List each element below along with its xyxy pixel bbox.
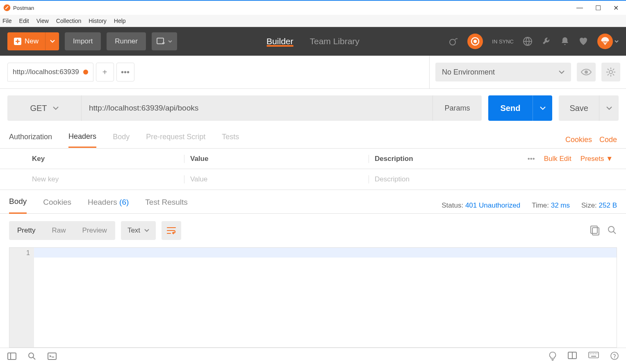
menu-help[interactable]: Help [114,18,126,24]
save-button[interactable]: Save [559,95,599,121]
headers-more-button[interactable]: ••• [528,155,535,163]
search-icon [28,352,36,360]
environment-selected-label: No Environment [442,68,495,77]
environment-settings-button[interactable] [601,63,620,81]
subtab-body[interactable]: Body [113,133,130,147]
sync-status-icon[interactable] [467,34,483,49]
view-raw[interactable]: Raw [43,221,74,240]
subtab-prerequest[interactable]: Pre-request Script [146,133,205,147]
globe-icon[interactable] [523,36,533,46]
new-tab-button[interactable]: + [96,63,114,81]
user-avatar[interactable] [597,34,613,49]
header-key-input[interactable] [32,175,178,183]
two-pane-icon [568,352,577,359]
new-window-button[interactable] [152,32,177,50]
response-tab-cookies[interactable]: Cookies [43,198,71,213]
save-dropdown[interactable] [599,95,619,121]
search-response-button[interactable] [607,225,617,236]
bell-icon[interactable] [560,36,569,46]
status-bar [0,348,626,364]
tab-builder[interactable]: Builder [266,36,293,46]
code-link[interactable]: Code [599,136,617,144]
search-footer[interactable] [28,352,36,360]
console-button[interactable] [48,353,57,360]
header-desc-input[interactable] [375,175,620,183]
plus-icon [14,38,21,45]
view-mode-group: Pretty Raw Preview [9,221,115,240]
svg-point-21 [593,353,594,354]
close-button[interactable]: ✕ [613,4,619,12]
two-pane-button[interactable] [568,352,577,361]
cookies-link[interactable]: Cookies [565,136,592,144]
format-label: Text [127,226,140,235]
headers-table: Key Value Description ••• Bulk Edit Pres… [0,149,626,190]
header-value-input[interactable] [190,175,363,183]
app-header: New Import Runner Builder Team Library I… [0,27,626,56]
response-body-controls: Pretty Raw Preview Text [0,214,626,247]
help-button[interactable] [610,352,619,361]
request-url-input[interactable] [81,95,433,121]
new-dropdown[interactable] [45,32,59,50]
svg-point-8 [609,70,612,74]
send-button[interactable]: Send [488,95,533,121]
request-tabs-row: http://localhost:63939 + ••• No Environm… [0,56,626,89]
new-button[interactable]: New [7,32,45,50]
tab-options-button[interactable]: ••• [116,63,134,81]
response-tab-headers[interactable]: Headers (6) [88,198,129,213]
response-tabs: Body Cookies Headers (6) Test Results St… [0,190,626,214]
params-button[interactable]: Params [433,95,481,121]
wrap-icon [166,226,176,235]
headers-col-value: Value [184,155,369,163]
response-tab-body[interactable]: Body [9,197,27,214]
view-pretty[interactable]: Pretty [9,221,43,240]
request-row: GET Params Send Save [0,89,626,127]
gear-icon [606,67,616,77]
tips-button[interactable] [549,352,556,361]
request-tab[interactable]: http://localhost:63939 [7,63,93,81]
wrench-icon[interactable] [542,36,551,46]
send-dropdown[interactable] [533,95,552,121]
menu-view[interactable]: View [36,18,49,24]
search-icon [607,225,617,235]
response-tab-tests[interactable]: Test Results [145,198,187,213]
view-preview[interactable]: Preview [74,221,115,240]
subtab-headers[interactable]: Headers [68,132,96,148]
response-body-editor[interactable]: 1 [9,247,617,348]
menu-collection[interactable]: Collection [56,18,81,24]
line-gutter: 1 [9,248,34,347]
menu-file[interactable]: File [2,18,12,24]
request-tab-title: http://localhost:63939 [13,68,79,76]
bulk-edit-link[interactable]: Bulk Edit [544,155,571,163]
runner-button[interactable]: Runner [107,32,146,50]
wrap-lines-button[interactable] [162,221,181,240]
tab-team-library[interactable]: Team Library [310,36,359,46]
svg-point-19 [590,353,591,354]
panel-icon [7,353,16,360]
menu-history[interactable]: History [89,18,107,24]
svg-point-22 [595,353,596,354]
chevron-down-icon[interactable] [615,40,619,43]
chevron-down-icon [53,106,59,110]
menu-edit[interactable]: Edit [19,18,29,24]
environment-preview-button[interactable] [577,63,596,81]
sidebar-toggle[interactable] [7,353,16,360]
subtab-tests[interactable]: Tests [222,133,239,147]
format-select[interactable]: Text [121,221,156,240]
heart-icon[interactable] [578,37,588,46]
environment-select[interactable]: No Environment [435,63,571,81]
presets-dropdown[interactable]: Presets ▼ [580,155,613,163]
window-plus-icon [157,38,166,45]
chevron-down-icon [50,40,55,43]
copy-response-button[interactable] [590,225,600,236]
maximize-button[interactable]: ☐ [595,4,601,12]
minimize-button[interactable]: — [576,4,583,12]
keyboard-shortcuts-button[interactable] [588,352,599,361]
copy-icon [590,225,600,236]
subtab-authorization[interactable]: Authorization [9,133,52,147]
http-method-select[interactable]: GET [7,95,81,121]
svg-rect-18 [589,352,599,358]
capture-icon[interactable] [448,36,458,46]
import-button[interactable]: Import [65,32,101,50]
chevron-down-icon [144,229,149,232]
bulb-icon [549,352,556,361]
